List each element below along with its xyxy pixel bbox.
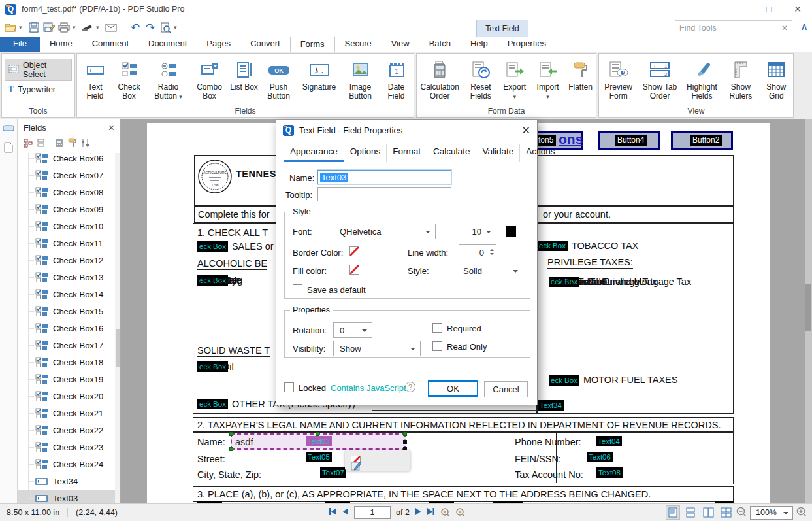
text-field-button[interactable]: Text Field [79, 58, 112, 101]
tab-help[interactable]: Help [461, 37, 498, 52]
visibility-select[interactable]: Show [333, 341, 421, 356]
print-icon[interactable] [57, 21, 71, 34]
name-input[interactable]: Text03 [317, 170, 451, 184]
fields-tree-item[interactable]: Check Box15 [18, 303, 115, 320]
import-button[interactable]: Import▾ [532, 58, 564, 101]
dialog-tab-appearance[interactable]: Appearance [284, 144, 344, 162]
fields-panel-icon[interactable] [3, 124, 14, 134]
list-view-icon[interactable] [37, 139, 45, 150]
flatten-button[interactable]: Flatten [565, 58, 596, 92]
cancel-button[interactable]: Cancel [484, 381, 528, 397]
single-page-view-icon[interactable] [666, 505, 680, 520]
tab-forms[interactable]: Forms [290, 37, 335, 52]
calculation-order-button[interactable]: Calculation Order [417, 58, 463, 101]
radio-button-button[interactable]: Radio Button ▾ [147, 58, 190, 101]
reset-fields-button[interactable]: Reset Fields [464, 58, 497, 101]
font-size-select[interactable]: 10 [459, 224, 496, 239]
font-color-swatch[interactable] [506, 226, 516, 237]
tab-batch[interactable]: Batch [419, 37, 461, 52]
tree-hierarchy-icon[interactable] [24, 139, 33, 150]
fields-tree-item[interactable]: Check Box22 [18, 422, 115, 439]
fields-tree-item[interactable]: Check Box08 [18, 184, 115, 201]
fields-tree-item[interactable]: Check Box20 [18, 388, 115, 405]
maximize-button[interactable]: □ [755, 0, 783, 18]
collapse-ribbon-icon[interactable]: ∧ [800, 22, 808, 32]
field-tag-text07[interactable]: Text07 [320, 467, 346, 478]
dialog-tab-options[interactable]: Options [344, 144, 387, 162]
email-icon[interactable] [105, 21, 118, 34]
show-rulers-button[interactable]: Show Rulers [723, 58, 758, 101]
save-icon[interactable] [27, 21, 41, 34]
continuous-view-icon[interactable] [683, 505, 698, 520]
previous-view-icon[interactable] [440, 507, 450, 518]
save-default-checkbox[interactable] [293, 284, 302, 294]
minimize-button[interactable]: – [726, 0, 755, 18]
fields-tree-item[interactable]: Check Box17 [18, 337, 115, 354]
image-button-button[interactable]: Image Button [342, 58, 380, 101]
fields-tree-item[interactable]: Check Box12 [18, 252, 115, 269]
selected-field-outline[interactable] [231, 433, 406, 450]
fields-panel-scrollbar[interactable] [115, 153, 120, 503]
tab-pages[interactable]: Pages [197, 37, 240, 52]
tobacco-row[interactable]: eck Box TOBACCO TAX [537, 241, 638, 251]
sort-options-icon[interactable] [81, 139, 90, 150]
list-box-button[interactable]: List Box [229, 58, 259, 92]
preview-dropdown-icon[interactable]: ▾ [174, 24, 180, 31]
required-checkbox[interactable] [432, 323, 442, 333]
field-tag-text34[interactable]: Text34 [538, 400, 564, 411]
fields-tree-item[interactable]: Check Box13 [18, 269, 115, 286]
flatten-small-icon[interactable] [68, 138, 76, 150]
form-button4[interactable]: Button4 [598, 131, 660, 150]
scan-dropdown-icon[interactable]: ▾ [96, 24, 103, 31]
calculation-order-small-icon[interactable] [55, 138, 63, 150]
dialog-tab-calculate[interactable]: Calculate [427, 144, 476, 162]
scan-icon[interactable] [81, 21, 94, 34]
save-as-icon[interactable] [42, 21, 56, 34]
push-button-button[interactable]: OK Push Button [261, 58, 297, 101]
contains-javascript-link[interactable]: Contains JavaScript [331, 383, 406, 393]
previous-page-icon[interactable] [342, 508, 349, 517]
zoom-level-select[interactable]: 100% [750, 506, 793, 520]
combo-box-button[interactable]: Combo Box [191, 58, 228, 101]
check-box-button[interactable]: Check Box [113, 58, 146, 101]
date-field-button[interactable]: 1 Date Field [381, 58, 412, 101]
last-page-icon[interactable] [427, 508, 435, 517]
tab-properties[interactable]: Properties [498, 37, 556, 52]
line-width-spinner[interactable]: 0 [459, 244, 496, 260]
zoom-in-icon[interactable] [796, 507, 807, 518]
pages-panel-icon[interactable] [4, 142, 13, 155]
preview-form-button[interactable]: Preview Form [599, 58, 638, 101]
preview-icon[interactable] [159, 21, 172, 34]
fields-panel-close-icon[interactable]: ✕ [108, 123, 115, 133]
redo-icon[interactable]: ↷ [144, 21, 157, 34]
first-page-icon[interactable] [329, 508, 337, 517]
undo-icon[interactable]: ↶ [129, 21, 142, 34]
signature-button[interactable]: Signature [299, 58, 340, 92]
tab-convert[interactable]: Convert [240, 37, 290, 52]
border-color-none-swatch[interactable] [349, 246, 359, 256]
form-check-row[interactable]: eck Box Wholesale [197, 273, 228, 287]
tab-view[interactable]: View [382, 37, 419, 52]
facing-view-icon[interactable] [701, 505, 715, 520]
form-check-row[interactable]: eck Box Realty Transfer and Mortgage Tax [549, 275, 579, 288]
show-grid-button[interactable]: Show Grid [760, 58, 793, 101]
open-dropdown-icon[interactable]: ▾ [19, 24, 25, 31]
fields-tree-item[interactable]: Text03 [18, 490, 115, 503]
find-tools-input[interactable]: Find Tools ✕ [675, 20, 792, 35]
dialog-title-bar[interactable]: Q Text Field - Field Properties ✕ [276, 120, 537, 140]
read-only-checkbox[interactable] [432, 341, 442, 351]
close-button[interactable]: ✕ [783, 0, 812, 18]
fields-tree-item[interactable]: Check Box07 [18, 167, 115, 184]
tab-comment[interactable]: Comment [82, 37, 138, 52]
ok-button[interactable]: OK [428, 380, 478, 397]
form-check-row[interactable]: eck Box Used Oil [197, 360, 228, 373]
field-tag-text08[interactable]: Text08 [596, 467, 623, 478]
export-button[interactable]: Export▾ [498, 58, 530, 101]
print-dropdown-icon[interactable]: ▾ [73, 24, 79, 31]
tooltip-input[interactable] [317, 187, 451, 201]
rotation-select[interactable]: 0 [333, 322, 372, 338]
fill-color-none-swatch[interactable] [349, 265, 359, 275]
dialog-tab-actions[interactable]: Actions [520, 144, 560, 162]
find-tools-clear-icon[interactable]: ✕ [781, 24, 788, 33]
border-style-select[interactable]: Solid [457, 263, 523, 278]
